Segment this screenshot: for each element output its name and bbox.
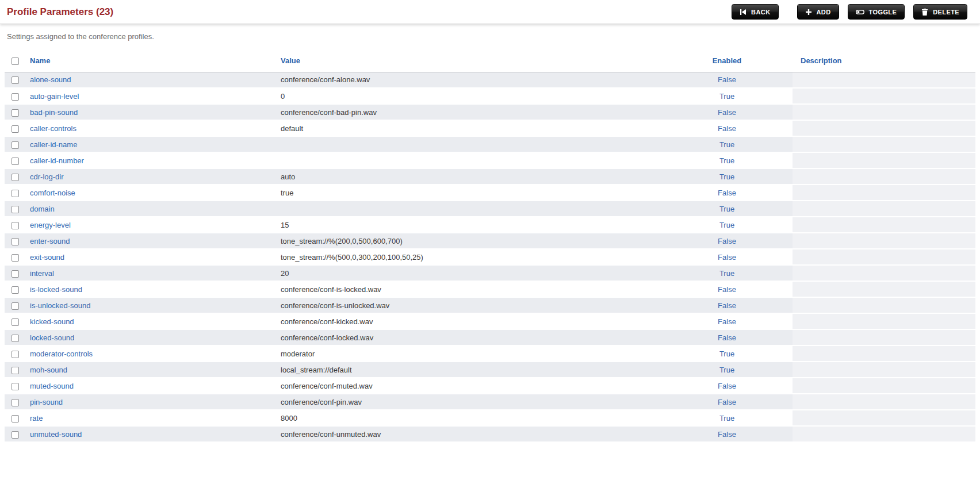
parameter-description bbox=[793, 136, 975, 152]
parameter-name-link[interactable]: locked-sound bbox=[30, 333, 74, 342]
parameter-name-link[interactable]: unmuted-sound bbox=[30, 430, 82, 439]
parameter-value bbox=[276, 152, 661, 168]
parameter-description bbox=[793, 120, 975, 136]
parameter-value: 20 bbox=[276, 265, 661, 281]
row-checkbox[interactable] bbox=[12, 76, 19, 84]
parameter-name-link[interactable]: is-unlocked-sound bbox=[30, 301, 91, 310]
parameter-enabled: False bbox=[661, 72, 793, 88]
row-checkbox[interactable] bbox=[12, 93, 19, 101]
row-checkbox[interactable] bbox=[12, 125, 19, 133]
row-checkbox[interactable] bbox=[12, 254, 19, 262]
main-content: Settings assigned to the conference prof… bbox=[0, 24, 980, 443]
parameter-value: conference/conf-pin.wav bbox=[276, 394, 661, 410]
parameter-name-link[interactable]: moh-sound bbox=[30, 366, 67, 374]
add-button[interactable]: ADD bbox=[797, 4, 839, 20]
parameter-enabled: True bbox=[661, 410, 793, 426]
row-checkbox[interactable] bbox=[12, 206, 19, 213]
page-description: Settings assigned to the conference prof… bbox=[7, 32, 975, 41]
toggle-button[interactable]: TOGGLE bbox=[848, 4, 905, 20]
parameter-name-link[interactable]: moderator-controls bbox=[30, 350, 93, 358]
row-checkbox[interactable] bbox=[12, 222, 19, 229]
row-checkbox[interactable] bbox=[12, 302, 19, 310]
row-checkbox[interactable] bbox=[12, 351, 19, 358]
parameter-description bbox=[793, 329, 975, 345]
table-row: caller-controlsdefaultFalse bbox=[5, 120, 975, 136]
parameter-name-link[interactable]: auto-gain-level bbox=[30, 92, 79, 101]
table-row: bad-pin-soundconference/conf-bad-pin.wav… bbox=[5, 104, 975, 120]
parameter-enabled: True bbox=[661, 168, 793, 185]
parameter-name-link[interactable]: energy-level bbox=[30, 221, 71, 229]
parameter-enabled: False bbox=[661, 249, 793, 265]
parameter-name-link[interactable]: caller-id-name bbox=[30, 140, 77, 149]
parameter-name-link[interactable]: interval bbox=[30, 269, 54, 278]
select-all-checkbox[interactable] bbox=[12, 57, 19, 65]
row-checkbox[interactable] bbox=[12, 158, 19, 165]
row-checkbox[interactable] bbox=[12, 270, 19, 278]
row-checkbox[interactable] bbox=[12, 109, 19, 117]
parameter-value: conference/conf-is-locked.wav bbox=[276, 281, 661, 297]
row-checkbox[interactable] bbox=[12, 415, 19, 423]
parameter-value: local_stream://default bbox=[276, 362, 661, 378]
column-header-value[interactable]: Value bbox=[281, 56, 300, 65]
row-checkbox[interactable] bbox=[12, 286, 19, 294]
table-row: alone-soundconference/conf-alone.wavFals… bbox=[5, 72, 975, 88]
parameter-description bbox=[793, 394, 975, 410]
plus-icon bbox=[805, 9, 812, 16]
toggle-icon bbox=[856, 9, 864, 16]
back-button[interactable]: BACK bbox=[732, 4, 778, 20]
parameter-name-link[interactable]: comfort-noise bbox=[30, 189, 75, 197]
table-row: exit-soundtone_stream://%(500,0,300,200,… bbox=[5, 249, 975, 265]
parameter-name-link[interactable]: rate bbox=[30, 414, 43, 423]
row-checkbox[interactable] bbox=[12, 383, 19, 390]
column-header-description[interactable]: Description bbox=[801, 56, 842, 65]
row-checkbox[interactable] bbox=[12, 141, 19, 149]
row-checkbox[interactable] bbox=[12, 367, 19, 374]
row-checkbox[interactable] bbox=[12, 318, 19, 326]
parameter-enabled: True bbox=[661, 217, 793, 233]
parameter-enabled: False bbox=[661, 104, 793, 120]
row-checkbox[interactable] bbox=[12, 335, 19, 342]
row-checkbox[interactable] bbox=[12, 190, 19, 197]
row-checkbox[interactable] bbox=[12, 431, 19, 439]
parameter-name-link[interactable]: enter-sound bbox=[30, 237, 70, 245]
parameter-description bbox=[793, 265, 975, 281]
parameter-description bbox=[793, 168, 975, 185]
delete-button-label: DELETE bbox=[933, 9, 959, 16]
parameter-name-link[interactable]: bad-pin-sound bbox=[30, 108, 78, 117]
parameter-enabled: False bbox=[661, 378, 793, 394]
parameter-name-link[interactable]: is-locked-sound bbox=[30, 285, 82, 294]
parameter-description bbox=[793, 426, 975, 442]
parameter-name-link[interactable]: exit-sound bbox=[30, 253, 64, 262]
table-row: domainTrue bbox=[5, 201, 975, 217]
parameter-enabled: False bbox=[661, 297, 793, 313]
column-header-name[interactable]: Name bbox=[30, 56, 50, 65]
column-header-enabled[interactable]: Enabled bbox=[713, 56, 742, 65]
parameter-name-link[interactable]: domain bbox=[30, 205, 55, 213]
parameter-description bbox=[793, 217, 975, 233]
parameter-description bbox=[793, 185, 975, 201]
table-row: muted-soundconference/conf-muted.wavFals… bbox=[5, 378, 975, 394]
parameter-name-link[interactable]: cdr-log-dir bbox=[30, 172, 64, 181]
toggle-button-label: TOGGLE bbox=[869, 9, 897, 16]
parameter-value bbox=[276, 136, 661, 152]
parameter-description bbox=[793, 345, 975, 362]
parameter-name-link[interactable]: caller-controls bbox=[30, 124, 76, 133]
row-checkbox[interactable] bbox=[12, 174, 19, 181]
parameter-enabled: True bbox=[661, 136, 793, 152]
parameter-name-link[interactable]: muted-sound bbox=[30, 382, 74, 390]
parameter-enabled: True bbox=[661, 88, 793, 104]
parameter-description bbox=[793, 297, 975, 313]
delete-button[interactable]: DELETE bbox=[913, 4, 967, 20]
parameter-value: moderator bbox=[276, 345, 661, 362]
parameter-enabled: False bbox=[661, 394, 793, 410]
parameter-name-link[interactable]: alone-sound bbox=[30, 75, 71, 84]
row-checkbox[interactable] bbox=[12, 399, 19, 406]
parameter-value: conference/conf-unmuted.wav bbox=[276, 426, 661, 442]
parameter-name-link[interactable]: pin-sound bbox=[30, 398, 63, 406]
parameter-name-link[interactable]: kicked-sound bbox=[30, 317, 74, 326]
parameter-name-link[interactable]: caller-id-number bbox=[30, 156, 84, 165]
parameter-value: default bbox=[276, 120, 661, 136]
parameter-value: 0 bbox=[276, 88, 661, 104]
row-checkbox[interactable] bbox=[12, 238, 19, 245]
parameter-value: conference/conf-locked.wav bbox=[276, 329, 661, 345]
